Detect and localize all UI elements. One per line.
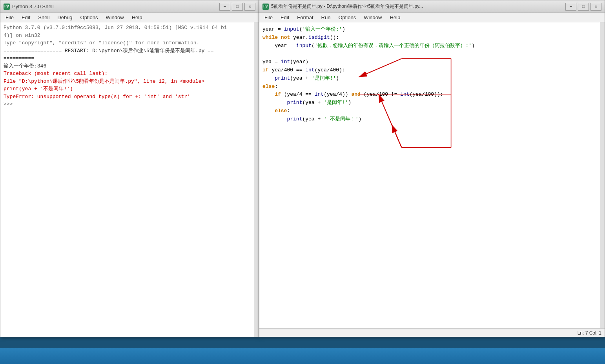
code-line-12: print(yea + ' 不是闰年！') — [262, 115, 597, 124]
shell-separator: =================== RESTART: D:\python\课… — [4, 47, 251, 55]
editor-title: 5能看年份是不是闰年.py - D:\python\课后作业\5能看年份是不是闰… — [271, 3, 563, 10]
svg-line-3 — [392, 124, 401, 147]
shell-titlebar: Py Python 3.7.0 Shell − □ ✕ — [0, 0, 259, 13]
code-area: year = input('输入一个年份:') while not year.i… — [259, 24, 600, 125]
editor-maximize-button[interactable]: □ — [578, 3, 589, 11]
editor-minimize-button[interactable]: − — [565, 3, 576, 11]
shell-menu-shell[interactable]: Shell — [35, 13, 53, 22]
code-line-2: while not year.isdigit(): — [262, 34, 597, 42]
shell-copyright-line: Type "copyright", "credits" or "license(… — [4, 39, 251, 47]
editor-menu-window[interactable]: Window — [360, 13, 385, 22]
code-line-9: if (yea/4 == int(yea/4)) and (yea/100 !=… — [262, 91, 597, 99]
taskbar — [0, 348, 605, 364]
shell-type-error: TypeError: unsupported operand type(s) f… — [4, 93, 251, 101]
editor-ln-col: Ln: 7 Col: 1 — [578, 330, 601, 336]
editor-statusbar: Ln: 7 Col: 1 — [259, 328, 605, 337]
shell-prompt1: 输入一个年份:346 — [4, 62, 251, 70]
shell-separator2: ========== — [4, 55, 251, 62]
editor-scrollbar[interactable] — [600, 22, 605, 328]
shell-minimize-button[interactable]: − — [219, 3, 230, 11]
shell-window-controls: − □ ✕ — [219, 3, 255, 11]
editor-close-button[interactable]: ✕ — [590, 3, 601, 11]
shell-file-line: File "D:\python\课后作业\5能看年份是不是闰年.py", lin… — [4, 78, 251, 86]
editor-icon: Py — [262, 4, 269, 10]
shell-icon: Py — [4, 4, 10, 10]
code-line-11: else: — [262, 107, 597, 115]
editor-menu-help[interactable]: Help — [386, 13, 404, 22]
editor-menu-format[interactable]: Format — [293, 13, 317, 22]
code-line-6: if yea/400 == int(yea/400): — [262, 66, 597, 75]
code-line-1: year = input('输入一个年份:') — [262, 25, 597, 34]
shell-scrollbar[interactable] — [254, 22, 259, 337]
editor-menubar: File Edit Format Run Options Window Help — [259, 13, 605, 22]
shell-prompt2: >>> — [4, 100, 251, 108]
shell-version-line2: 4)] on win32 — [4, 32, 251, 40]
editor-window-controls: − □ ✕ — [565, 3, 601, 11]
shell-menu-window[interactable]: Window — [102, 13, 127, 22]
shell-content-area: Python 3.7.0 (v3.7.0:1bf9cc5093, Jun 27 … — [0, 22, 259, 337]
editor-titlebar: Py 5能看年份是不是闰年.py - D:\python\课后作业\5能看年份是… — [259, 0, 605, 13]
shell-print-line: print(yea + '不是闰年!') — [4, 85, 251, 93]
shell-menu-edit[interactable]: Edit — [18, 13, 34, 22]
shell-menu-debug[interactable]: Debug — [54, 13, 76, 22]
editor-menu-edit[interactable]: Edit — [277, 13, 293, 22]
code-line-7: print(yea + '是闰年!') — [262, 75, 597, 83]
shell-close-button[interactable]: ✕ — [244, 3, 255, 11]
shell-version-line: Python 3.7.0 (v3.7.0:1bf9cc5093, Jun 27 … — [4, 24, 251, 32]
shell-window: Py Python 3.7.0 Shell − □ ✕ File Edit Sh… — [0, 0, 259, 337]
editor-code[interactable]: year = input('输入一个年份:') while not year.i… — [259, 22, 600, 328]
shell-menu-help[interactable]: Help — [128, 13, 146, 22]
editor-window: Py 5能看年份是不是闰年.py - D:\python\课后作业\5能看年份是… — [259, 0, 605, 337]
shell-title: Python 3.7.0 Shell — [12, 4, 217, 9]
editor-menu-options[interactable]: Options — [335, 13, 359, 22]
shell-maximize-button[interactable]: □ — [232, 3, 243, 11]
shell-menu-options[interactable]: Options — [77, 13, 102, 22]
shell-traceback: Traceback (most recent call last): — [4, 70, 251, 78]
editor-menu-file[interactable]: File — [261, 13, 276, 22]
code-line-8: else: — [262, 83, 597, 91]
shell-menu-file[interactable]: File — [2, 13, 17, 22]
editor-menu-run[interactable]: Run — [318, 13, 334, 22]
code-line-3: year = input('抱歉，您输入的年份有误，请输入一个正确的年份（阿拉伯… — [262, 42, 597, 50]
shell-output[interactable]: Python 3.7.0 (v3.7.0:1bf9cc5093, Jun 27 … — [0, 22, 254, 337]
code-line-4 — [262, 50, 597, 58]
shell-menubar: File Edit Shell Debug Options Window Hel… — [0, 13, 259, 22]
editor-content-area: year = input('输入一个年份:') while not year.i… — [259, 22, 605, 328]
code-line-5: yea = int(year) — [262, 58, 597, 66]
code-line-10: print(yea + '是闰年!') — [262, 99, 597, 107]
